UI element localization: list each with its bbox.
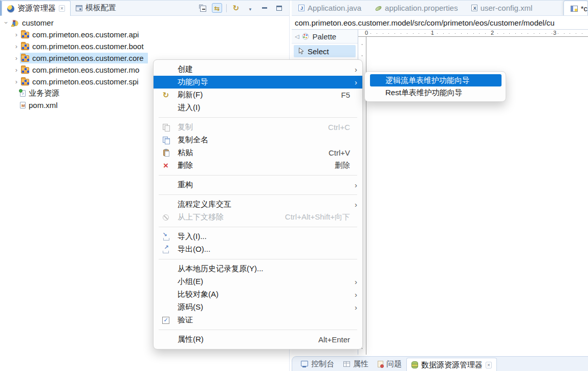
- chevron-collapsed-icon[interactable]: [13, 42, 20, 50]
- left-panel-tabbar: 资源管理器 模板配置: [0, 1, 289, 16]
- menu-item-label: 粘贴: [178, 148, 329, 158]
- submenu-arrow-icon: [352, 290, 357, 299]
- menu-item-refactor[interactable]: 重构: [154, 179, 362, 191]
- console-icon: [301, 361, 308, 367]
- tree-item-label: 业务资源: [29, 89, 59, 98]
- toolbar-separator: [226, 4, 227, 12]
- chevron-collapsed-icon[interactable]: [13, 31, 20, 38]
- close-icon[interactable]: [486, 362, 492, 368]
- menu-item-label: 源码(S): [178, 302, 352, 312]
- checkbox-checked-icon: [162, 317, 169, 324]
- view-menu-button[interactable]: [245, 3, 255, 13]
- menu-item-source[interactable]: 源码(S): [154, 301, 362, 314]
- selected-tree-item[interactable]: com.primeton.eos.customer.core: [20, 53, 148, 63]
- menu-item-label: 从上下文移除: [178, 212, 285, 222]
- submenu-item-label: Rest单表维护功能向导: [385, 88, 463, 98]
- tab-active-form-editor[interactable]: *c: [563, 1, 588, 16]
- palette-collapse-icon[interactable]: [295, 33, 299, 40]
- maven-pom-icon: [20, 102, 26, 108]
- ruler-number: 3: [553, 30, 556, 36]
- menu-item-copy-qualified-name[interactable]: 复制全名: [154, 134, 362, 146]
- menu-item-function-wizard[interactable]: 功能向导: [154, 76, 362, 89]
- submenu-arrow-icon: [352, 200, 357, 209]
- tab-application-properties[interactable]: application.properties: [368, 1, 465, 15]
- tab-properties[interactable]: 属性: [339, 357, 373, 371]
- palette-tool-select[interactable]: Select: [294, 45, 356, 57]
- menu-item-copy: 复制 Ctrl+C: [154, 121, 362, 134]
- refresh-button[interactable]: [231, 3, 241, 13]
- minimize-icon: [262, 7, 267, 9]
- menu-item-go-into[interactable]: 进入(I): [154, 101, 362, 114]
- menu-shortcut: 删除: [335, 161, 350, 170]
- menu-item-label: 小组(E): [178, 277, 352, 287]
- menu-item-delete[interactable]: 删除 删除: [154, 159, 362, 172]
- chevron-expanded-icon[interactable]: [3, 19, 10, 27]
- breadcrumb[interactable]: com.primeton.eos.customer.model/src/com/…: [292, 16, 588, 30]
- menu-item-team[interactable]: 小组(E): [154, 275, 362, 288]
- tab-template-config[interactable]: 模板配置: [71, 1, 121, 15]
- tab-datasource-explorer[interactable]: 数据源资源管理器: [406, 358, 497, 371]
- tab-console[interactable]: 控制台: [296, 357, 339, 371]
- menu-item-restore-from-history[interactable]: 从本地历史记录复原(Y)...: [154, 263, 362, 275]
- refresh-icon: [233, 4, 239, 13]
- maximize-icon: [276, 6, 282, 11]
- collapse-all-button[interactable]: [198, 3, 208, 13]
- export-icon: [162, 246, 170, 253]
- menu-item-import[interactable]: 导入(I)...: [154, 230, 362, 243]
- submenu-item-label: 逻辑流单表维护功能向导: [385, 76, 470, 85]
- tab-label: Application.java: [308, 4, 361, 12]
- menu-item-process-library[interactable]: 流程定义库交互: [154, 198, 362, 211]
- tab-label: 资源管理器: [17, 4, 56, 13]
- menu-item-properties[interactable]: 属性(R) Alt+Enter: [154, 333, 362, 346]
- tree-item-label: com.primeton.eos.customer.api: [32, 30, 139, 39]
- paste-icon: [163, 149, 169, 156]
- submenu-arrow-icon: [352, 181, 357, 189]
- tree-item-label: pom.xml: [29, 101, 58, 110]
- chevron-collapsed-icon[interactable]: [13, 78, 20, 85]
- menu-item-refresh[interactable]: 刷新(F) F5: [154, 89, 362, 101]
- eos-studio-window: 资源管理器 模板配置: [0, 0, 588, 371]
- chevron-down-icon: [248, 4, 252, 13]
- editor-tabbar: Application.java application.properties …: [292, 1, 588, 16]
- tab-user-config-xml[interactable]: user-config.xml: [465, 1, 539, 15]
- tree-item-label: com.primeton.eos.customer.spi: [32, 77, 139, 86]
- menu-item-create[interactable]: 创建: [154, 63, 362, 76]
- menu-separator: [159, 194, 357, 195]
- submenu-arrow-icon: [352, 303, 357, 312]
- submenu-item-rest-wizard[interactable]: Rest单表维护功能向导: [365, 86, 506, 99]
- tree-item-label: com.primeton.eos.customer.mo: [32, 66, 139, 74]
- collapse-all-icon: [199, 5, 206, 12]
- tree-item-label: com.primeton.eos.customer.core: [32, 54, 144, 62]
- menu-item-compare-with[interactable]: 比较对象(A): [154, 288, 362, 301]
- module-folder-icon: [21, 79, 29, 85]
- menu-item-label: 创建: [178, 64, 352, 74]
- tree-item-package-boot[interactable]: com.primeton.eos.customer.boot: [0, 40, 289, 52]
- tree-item-package-api[interactable]: com.primeton.eos.customer.api: [0, 29, 289, 40]
- ruler-number: 1: [431, 30, 434, 36]
- resource-explorer-icon: [7, 5, 14, 12]
- tree-item-project-customer[interactable]: M ! customer: [0, 17, 289, 29]
- chevron-collapsed-icon[interactable]: [13, 66, 20, 74]
- tab-resource-explorer[interactable]: 资源管理器: [2, 1, 71, 16]
- link-with-editor-button[interactable]: [212, 3, 222, 13]
- palette-header: Palette: [292, 30, 358, 43]
- business-resource-icon: [20, 90, 26, 97]
- palette-icon: [302, 33, 309, 40]
- maximize-button[interactable]: [274, 3, 284, 13]
- menu-item-label: 导入(I)...: [178, 232, 357, 242]
- svg-text:!: !: [12, 24, 13, 27]
- tab-label: 模板配置: [85, 3, 116, 13]
- menu-item-validate[interactable]: 验证: [154, 314, 362, 326]
- database-icon: [411, 361, 418, 368]
- submenu-item-logicflow-wizard[interactable]: 逻辑流单表维护功能向导: [370, 74, 502, 86]
- tab-application-java[interactable]: Application.java: [292, 1, 368, 15]
- chevron-collapsed-icon[interactable]: [13, 54, 20, 62]
- close-icon[interactable]: [59, 5, 65, 12]
- menu-item-label: 验证: [178, 315, 357, 325]
- menu-item-export[interactable]: 导出(O)...: [154, 243, 362, 256]
- minimize-button[interactable]: [259, 3, 270, 13]
- menu-item-label: 功能向导: [178, 77, 352, 87]
- tab-problems[interactable]: 问题: [373, 357, 406, 371]
- menu-item-paste[interactable]: 粘贴 Ctrl+V: [154, 146, 362, 159]
- context-menu: 创建 功能向导 刷新(F) F5 进入(I) 复制 Ctrl+C 复制全名: [153, 59, 363, 350]
